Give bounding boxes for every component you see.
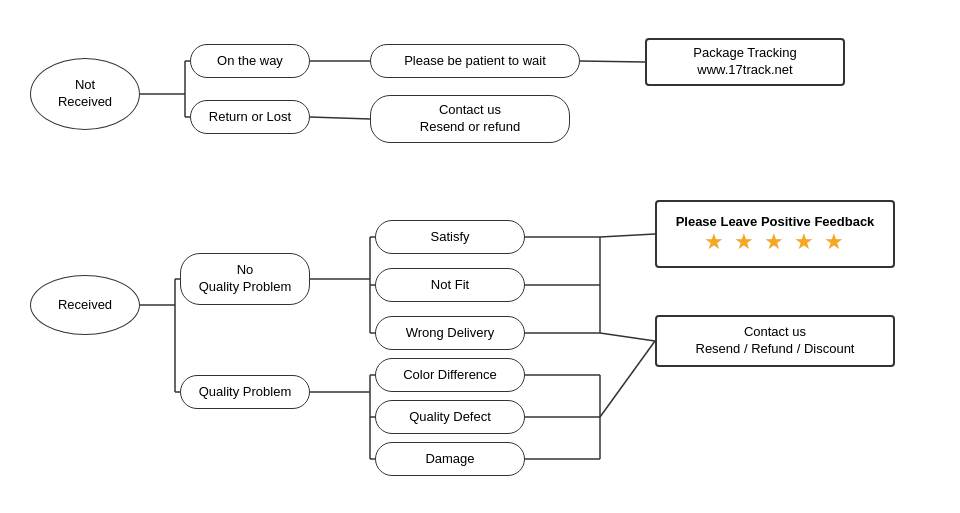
damage-node: Damage bbox=[375, 442, 525, 476]
no-quality-problem-label: No Quality Problem bbox=[199, 262, 291, 296]
no-quality-problem-node: No Quality Problem bbox=[180, 253, 310, 305]
svg-line-6 bbox=[580, 61, 645, 62]
return-or-lost-label: Return or Lost bbox=[209, 109, 291, 126]
return-or-lost-node: Return or Lost bbox=[190, 100, 310, 134]
on-the-way-label: On the way bbox=[217, 53, 283, 70]
feedback-box: Please Leave Positive Feedback ★ ★ ★ ★ ★ bbox=[655, 200, 895, 268]
not-fit-node: Not Fit bbox=[375, 268, 525, 302]
package-tracking-node: Package Tracking www.17track.net bbox=[645, 38, 845, 86]
received-label: Received bbox=[58, 297, 112, 314]
on-the-way-node: On the way bbox=[190, 44, 310, 78]
not-received-label: Not Received bbox=[58, 77, 112, 111]
package-tracking-label: Package Tracking www.17track.net bbox=[693, 45, 796, 79]
wrong-delivery-label: Wrong Delivery bbox=[406, 325, 495, 342]
quality-defect-label: Quality Defect bbox=[409, 409, 491, 426]
stars-display: ★ ★ ★ ★ ★ bbox=[704, 229, 846, 255]
svg-line-32 bbox=[600, 341, 655, 417]
quality-problem-node: Quality Problem bbox=[180, 375, 310, 409]
svg-line-7 bbox=[310, 117, 370, 119]
feedback-text: Please Leave Positive Feedback bbox=[676, 214, 875, 229]
satisfy-node: Satisfy bbox=[375, 220, 525, 254]
quality-problem-label: Quality Problem bbox=[199, 384, 291, 401]
svg-line-26 bbox=[600, 234, 655, 237]
color-difference-node: Color Difference bbox=[375, 358, 525, 392]
not-fit-label: Not Fit bbox=[431, 277, 469, 294]
contact-resend-discount-label: Contact us Resend / Refund / Discount bbox=[696, 324, 855, 358]
not-received-node: Not Received bbox=[30, 58, 140, 130]
satisfy-label: Satisfy bbox=[430, 229, 469, 246]
quality-defect-node: Quality Defect bbox=[375, 400, 525, 434]
patient-node: Please be patient to wait bbox=[370, 44, 580, 78]
contact-resend-refund-label: Contact us Resend or refund bbox=[420, 102, 520, 136]
received-node: Received bbox=[30, 275, 140, 335]
contact-resend-discount-node: Contact us Resend / Refund / Discount bbox=[655, 315, 895, 367]
color-difference-label: Color Difference bbox=[403, 367, 497, 384]
patient-label: Please be patient to wait bbox=[404, 53, 546, 70]
damage-label: Damage bbox=[425, 451, 474, 468]
wrong-delivery-node: Wrong Delivery bbox=[375, 316, 525, 350]
svg-line-27 bbox=[600, 333, 655, 341]
contact-resend-refund-node: Contact us Resend or refund bbox=[370, 95, 570, 143]
